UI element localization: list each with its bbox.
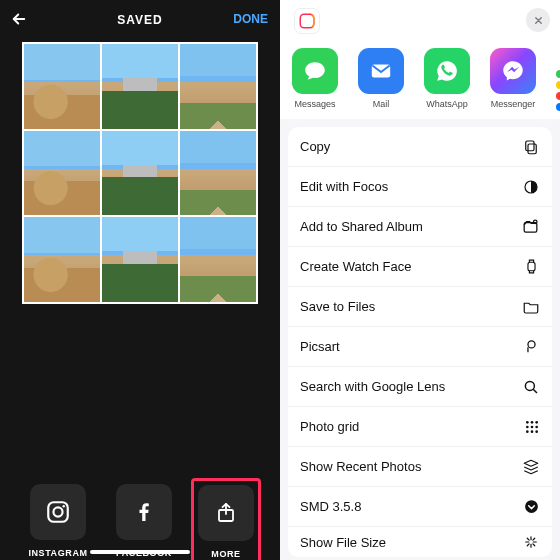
saved-title: SAVED (117, 13, 162, 27)
spacer (0, 304, 280, 412)
folder-icon (522, 298, 540, 316)
close-button[interactable] (526, 8, 550, 32)
shared-album-icon (521, 217, 540, 236)
collage-tile (180, 217, 256, 302)
action-smd[interactable]: SMD 3.5.8 (288, 487, 552, 527)
share-facebook[interactable]: FACEBOOK (109, 484, 179, 560)
svg-rect-8 (526, 141, 534, 151)
more-label: MORE (211, 549, 240, 559)
action-file-size[interactable]: Show File Size (288, 527, 552, 557)
svg-point-21 (526, 430, 529, 433)
collage-tile (24, 217, 100, 302)
row-label: Picsart (300, 339, 340, 354)
left-phone: SAVED DONE INSTAGRAM (0, 0, 280, 560)
share-more[interactable]: MORE (191, 478, 261, 560)
row-label: SMD 3.5.8 (300, 499, 361, 514)
app-messenger[interactable]: Messenger (484, 48, 542, 109)
action-save-files[interactable]: Save to Files (288, 287, 552, 327)
svg-rect-4 (300, 14, 314, 28)
action-watch-face[interactable]: Create Watch Face (288, 247, 552, 287)
sparkle-icon (522, 533, 540, 551)
collage-tile (102, 131, 178, 216)
instagram-icon (30, 484, 86, 540)
row-label: Copy (300, 139, 330, 154)
actions-list: Copy Edit with Focos Add to Shared Album… (288, 127, 552, 557)
action-google-lens[interactable]: Search with Google Lens (288, 367, 552, 407)
done-button[interactable]: DONE (233, 12, 268, 26)
whatsapp-label: WhatsApp (426, 99, 468, 109)
svg-point-22 (531, 430, 534, 433)
row-label: Show File Size (300, 535, 386, 550)
svg-point-17 (535, 421, 538, 424)
svg-point-11 (534, 220, 537, 223)
share-apps-row: Messages Mail WhatsApp Messenger (280, 42, 560, 119)
svg-point-18 (526, 425, 529, 428)
svg-rect-5 (300, 14, 314, 28)
svg-rect-7 (528, 144, 536, 154)
svg-point-24 (525, 500, 538, 513)
facebook-icon (116, 484, 172, 540)
svg-rect-12 (528, 262, 535, 271)
instagram-label: INSTAGRAM (28, 548, 87, 558)
source-app-icon (294, 8, 320, 34)
whatsapp-icon (424, 48, 470, 94)
app-whatsapp[interactable]: WhatsApp (418, 48, 476, 109)
action-picsart[interactable]: Picsart (288, 327, 552, 367)
collage-canvas (22, 42, 258, 304)
mail-icon (358, 48, 404, 94)
grid-icon (524, 419, 540, 435)
search-icon (522, 378, 540, 396)
action-edit-focos[interactable]: Edit with Focos (288, 167, 552, 207)
messages-icon (292, 48, 338, 94)
messenger-label: Messenger (491, 99, 536, 109)
row-label: Photo grid (300, 419, 359, 434)
row-label: Edit with Focos (300, 179, 388, 194)
share-icon (198, 485, 254, 541)
action-recent-photos[interactable]: Show Recent Photos (288, 447, 552, 487)
collage-tile (102, 44, 178, 129)
row-label: Add to Shared Album (300, 219, 423, 234)
svg-point-14 (525, 381, 534, 390)
picsart-icon (523, 338, 540, 355)
action-copy[interactable]: Copy (288, 127, 552, 167)
collage-tile (24, 131, 100, 216)
collage-tile (180, 44, 256, 129)
chevron-down-icon (523, 498, 540, 515)
left-header: SAVED DONE (0, 0, 280, 40)
messages-label: Messages (294, 99, 335, 109)
svg-point-16 (531, 421, 534, 424)
app-messages[interactable]: Messages (286, 48, 344, 109)
row-label: Search with Google Lens (300, 379, 445, 394)
app-mail[interactable]: Mail (352, 48, 410, 109)
more-apps-peek (556, 70, 560, 111)
collage-tile (102, 217, 178, 302)
mail-label: Mail (373, 99, 390, 109)
svg-point-15 (526, 421, 529, 424)
collage-tile (24, 44, 100, 129)
right-phone: Messages Mail WhatsApp Messenger (280, 0, 560, 560)
share-row: INSTAGRAM FACEBOOK MORE (0, 484, 280, 560)
messenger-icon (490, 48, 536, 94)
row-label: Show Recent Photos (300, 459, 421, 474)
copy-icon (522, 138, 540, 156)
sheet-header (280, 0, 560, 42)
svg-point-23 (535, 430, 538, 433)
watch-icon (523, 258, 540, 275)
back-button[interactable] (10, 10, 28, 28)
action-photo-grid[interactable]: Photo grid (288, 407, 552, 447)
svg-rect-0 (48, 502, 68, 522)
action-shared-album[interactable]: Add to Shared Album (288, 207, 552, 247)
svg-point-1 (53, 507, 62, 516)
stack-icon (522, 458, 540, 476)
svg-point-20 (535, 425, 538, 428)
svg-point-13 (528, 341, 535, 348)
svg-point-2 (63, 505, 65, 507)
row-label: Create Watch Face (300, 259, 412, 274)
home-indicator[interactable] (90, 550, 190, 554)
row-label: Save to Files (300, 299, 375, 314)
svg-point-19 (531, 425, 534, 428)
focos-icon (522, 178, 540, 196)
collage-tile (180, 131, 256, 216)
share-instagram[interactable]: INSTAGRAM (23, 484, 93, 560)
